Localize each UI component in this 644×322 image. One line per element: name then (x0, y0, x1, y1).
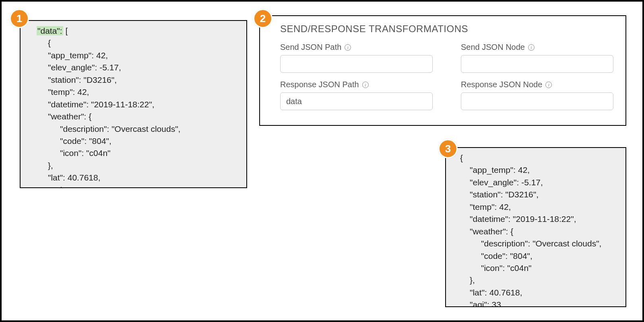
json-text: { (37, 37, 234, 49)
json-text: "weather": { (460, 226, 617, 238)
json-text: "elev_angle": -5.17, (460, 176, 617, 189)
json-text: "aqi": 33, (460, 299, 617, 307)
response-json-path-group: Response JSON Path i (280, 80, 433, 110)
send-json-node-label: Send JSON Node i (461, 43, 613, 52)
send-json-node-input[interactable] (461, 55, 613, 73)
json-text: "aqi": 33, (37, 184, 234, 188)
json-text: "weather": { (37, 111, 234, 123)
json-text: "station": "D3216", (37, 74, 234, 86)
label-text: Response JSON Path (280, 80, 359, 89)
transformations-form-panel: SEND/RESPONSE TRANSFORMATIONS Send JSON … (259, 15, 626, 126)
info-icon[interactable]: i (545, 82, 552, 88)
json-text: { (460, 152, 617, 164)
response-json-path-label: Response JSON Path i (280, 80, 433, 89)
label-text: Response JSON Node (461, 80, 542, 89)
send-json-path-group: Send JSON Path i (280, 43, 433, 73)
json-data-key-highlight: "data": (37, 26, 63, 35)
response-json-path-input[interactable] (280, 92, 433, 110)
json-text: "app_temp": 42, (37, 49, 234, 62)
diagram-frame: 1 "data": [ { "app_temp": 42, "elev_angl… (0, 0, 644, 322)
info-icon[interactable]: i (345, 44, 351, 51)
result-json-panel: { "app_temp": 42, "elev_angle": -5.17, "… (445, 147, 626, 307)
info-icon[interactable]: i (362, 82, 369, 88)
response-json-node-label: Response JSON Node i (461, 80, 613, 89)
json-text: "code": "804", (37, 135, 234, 147)
send-json-path-input[interactable] (280, 55, 433, 73)
send-json-node-group: Send JSON Node i (461, 43, 613, 73)
label-text: Send JSON Path (280, 43, 341, 52)
original-json-panel: "data": [ { "app_temp": 42, "elev_angle"… (20, 20, 247, 188)
response-json-node-group: Response JSON Node i (461, 80, 613, 110)
step-badge-1: 1 (10, 9, 29, 28)
json-text: [ (63, 26, 68, 35)
label-text: Send JSON Node (461, 43, 525, 52)
json-text: "datetime": "2019-11-18:22", (37, 98, 234, 111)
json-text: "icon": "c04n" (37, 147, 234, 159)
json-text: "elev_angle": -5.17, (37, 62, 234, 74)
json-text: "lat": 40.7618, (460, 287, 617, 299)
json-text: "lat": 40.7618, (37, 172, 234, 184)
transformations-title: SEND/RESPONSE TRANSFORMATIONS (280, 23, 613, 35)
json-text: "app_temp": 42, (460, 164, 617, 176)
json-text: "station": "D3216", (460, 189, 617, 201)
step-badge-2: 2 (253, 9, 272, 28)
send-json-path-label: Send JSON Path i (280, 43, 433, 52)
json-text: }, (37, 160, 234, 172)
json-text: "temp": 42, (460, 201, 617, 213)
response-json-node-input[interactable] (461, 92, 613, 110)
json-text: "datetime": "2019-11-18:22", (460, 213, 617, 225)
info-icon[interactable]: i (528, 44, 535, 51)
json-text: "temp": 42, (37, 86, 234, 98)
json-text: "description": "Overcast clouds", (37, 123, 234, 135)
step-badge-3: 3 (438, 139, 458, 158)
json-text: "code": "804", (460, 250, 617, 262)
json-text: "description": "Overcast clouds", (460, 238, 617, 250)
json-text: "icon": "c04n" (460, 262, 617, 274)
json-text: }, (460, 274, 617, 286)
